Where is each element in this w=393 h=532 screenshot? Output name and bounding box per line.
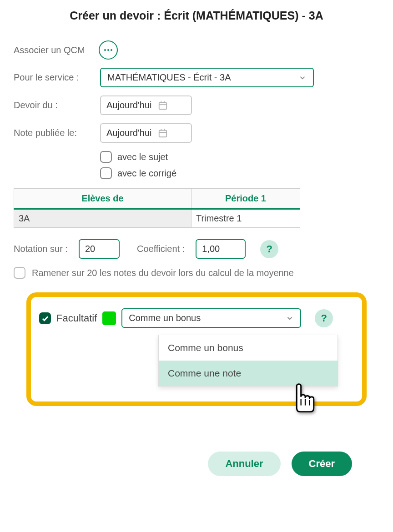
facultatif-row: Facultatif Comme un bonus ? xyxy=(39,308,354,328)
footer-buttons: Annuler Créer xyxy=(14,452,379,476)
dropdown-option-bonus[interactable]: Comme un bonus xyxy=(159,335,338,361)
cursor-pointer-icon xyxy=(286,379,318,416)
qcm-row: Associer un QCM xyxy=(14,40,379,60)
facultatif-checkbox[interactable] xyxy=(39,312,51,324)
with-subject-label: avec le sujet xyxy=(117,152,168,162)
service-value: MATHÉMATIQUES - Écrit - 3A xyxy=(107,72,231,83)
table-header-period: Période 1 xyxy=(191,189,300,209)
calendar-icon xyxy=(158,100,168,110)
with-subject-row: avec le sujet xyxy=(100,151,379,163)
help-icon: ? xyxy=(321,312,327,324)
devoir-row: Devoir du : Aujourd'hui xyxy=(14,95,379,115)
normalize-label: Ramener sur 20 les notes du devoir lors … xyxy=(32,268,294,278)
table-header-students: Elèves de xyxy=(14,189,191,209)
facultatif-highlight: Facultatif Comme un bonus ? Comme un bon… xyxy=(26,292,367,406)
ellipsis-icon xyxy=(104,49,112,51)
normalize-row: Ramener sur 20 les notes du devoir lors … xyxy=(14,267,379,279)
cancel-button[interactable]: Annuler xyxy=(208,452,280,476)
facultatif-mode-select[interactable]: Comme un bonus xyxy=(121,308,301,328)
note-pub-row: Note publiée le: Aujourd'hui xyxy=(14,123,379,143)
normalize-checkbox[interactable] xyxy=(14,267,25,279)
coeff-value: 1,00 xyxy=(202,244,220,254)
notation-value: 20 xyxy=(85,244,95,254)
chevron-down-icon xyxy=(286,314,294,322)
notation-row: Notation sur : 20 Coefficient : 1,00 ? xyxy=(14,239,379,259)
table-row: 3A Trimestre 1 xyxy=(14,209,300,228)
color-swatch xyxy=(102,311,116,325)
service-label: Pour le service : xyxy=(14,72,100,83)
help-button[interactable]: ? xyxy=(315,309,333,327)
with-correction-row: avec le corrigé xyxy=(100,167,379,179)
coeff-label: Coefficient : xyxy=(137,244,185,254)
facultatif-label: Facultatif xyxy=(56,312,97,324)
notation-input[interactable]: 20 xyxy=(79,239,120,259)
facultatif-selected: Comme un bonus xyxy=(129,313,201,323)
check-icon xyxy=(41,314,49,322)
qcm-label: Associer un QCM xyxy=(14,45,85,55)
note-pub-label: Note publiée le: xyxy=(14,128,100,138)
service-select[interactable]: MATHÉMATIQUES - Écrit - 3A xyxy=(100,68,314,87)
help-button[interactable]: ? xyxy=(260,240,278,258)
with-subject-checkbox[interactable] xyxy=(100,151,112,163)
devoir-date-value: Aujourd'hui xyxy=(106,100,151,110)
help-icon: ? xyxy=(266,243,272,255)
svg-rect-0 xyxy=(159,102,167,109)
note-pub-date-input[interactable]: Aujourd'hui xyxy=(100,123,192,143)
service-row: Pour le service : MATHÉMATIQUES - Écrit … xyxy=(14,68,379,87)
notation-label: Notation sur : xyxy=(14,244,68,254)
page-title: Créer un devoir : Écrit (MATHÉMATIQUES) … xyxy=(9,9,384,22)
calendar-icon xyxy=(158,128,168,138)
chevron-down-icon xyxy=(298,74,307,82)
table-cell-period: Trimestre 1 xyxy=(191,209,300,228)
qcm-ellipsis-button[interactable] xyxy=(99,40,118,60)
with-correction-checkbox[interactable] xyxy=(100,167,112,179)
devoir-date-input[interactable]: Aujourd'hui xyxy=(100,95,192,115)
create-button[interactable]: Créer xyxy=(292,452,352,476)
coeff-input[interactable]: 1,00 xyxy=(196,239,246,259)
with-correction-label: avec le corrigé xyxy=(117,168,176,179)
svg-rect-4 xyxy=(159,130,167,137)
students-table: Elèves de Période 1 3A Trimestre 1 xyxy=(14,188,300,228)
note-pub-value: Aujourd'hui xyxy=(106,128,151,138)
devoir-label: Devoir du : xyxy=(14,100,100,110)
table-cell-class: 3A xyxy=(14,209,191,228)
